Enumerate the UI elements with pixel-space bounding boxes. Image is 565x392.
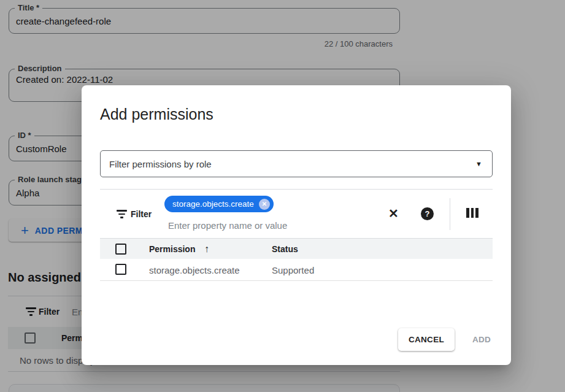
help-icon[interactable]: ? [421, 207, 434, 220]
filter-chip[interactable]: storage.objects.create ✕ [164, 196, 274, 212]
toolbar-top-divider [100, 189, 493, 190]
clear-filters-icon[interactable]: ✕ [388, 206, 399, 221]
sort-ascending-icon[interactable]: ↑ [204, 244, 209, 255]
filter-chip-label: storage.objects.create [172, 199, 254, 209]
chevron-down-icon: ▼ [475, 160, 482, 167]
select-all-checkbox[interactable] [115, 244, 126, 255]
permission-cell: storage.objects.create [149, 264, 240, 275]
permission-column-header[interactable]: Permission [149, 244, 195, 254]
cancel-button[interactable]: CANCEL [398, 328, 455, 351]
dialog-filter-input[interactable]: Enter property name or value [168, 220, 287, 231]
add-permissions-dialog: Add permissions Filter permissions by ro… [82, 85, 511, 365]
chip-remove-icon[interactable]: ✕ [259, 199, 270, 210]
permission-table-row[interactable]: storage.objects.create Supported [100, 259, 493, 281]
row-checkbox[interactable] [115, 264, 126, 275]
role-filter-dropdown[interactable]: Filter permissions by role ▼ [100, 150, 493, 177]
add-button[interactable]: ADD [462, 328, 501, 351]
dialog-table-header-row: Permission ↑ Status [100, 238, 493, 259]
toolbar-divider [450, 198, 450, 230]
dialog-filter-label: Filter [131, 209, 152, 219]
status-cell: Supported [272, 264, 314, 275]
column-display-icon[interactable] [466, 208, 479, 218]
role-filter-dropdown-placeholder: Filter permissions by role [109, 159, 212, 169]
filter-icon [117, 210, 127, 218]
create-role-page: Title * create-changefeed-role 22 / 100 … [0, 0, 565, 392]
status-column-header[interactable]: Status [272, 244, 298, 254]
dialog-title: Add permissions [100, 106, 213, 123]
